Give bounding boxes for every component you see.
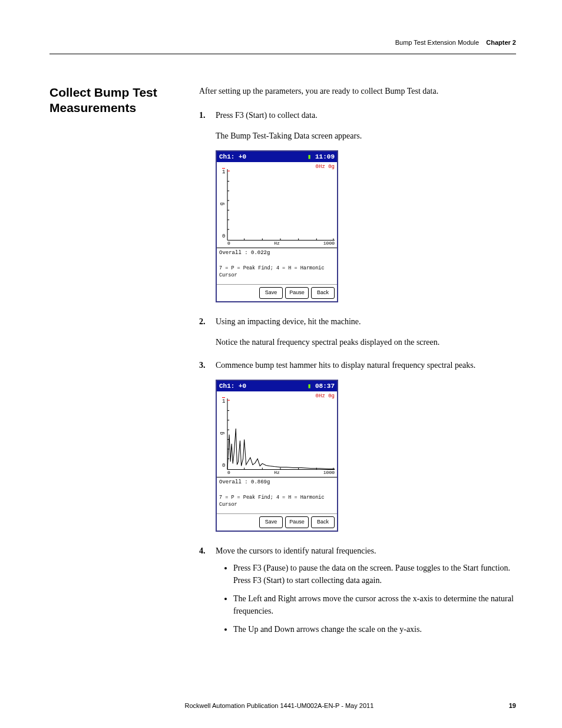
- ss-channel-label: Ch1: +0: [219, 152, 246, 162]
- page-footer: Rockwell Automation Publication 1441-UM0…: [49, 701, 516, 711]
- step-item: Press F3 (Start) to collect data. The Bu…: [216, 109, 516, 302]
- device-screenshot: Ch1: +0 ▮ 11:09 0Hz 0g 1 g 0: [216, 150, 338, 302]
- battery-icon: ▮: [308, 153, 312, 160]
- ss-overall-readout: Overall : 0.022g: [217, 248, 337, 259]
- step-body: Notice the natural frequency spectral pe…: [216, 336, 516, 348]
- ss-plot-area: 0Hz 0g 1 g 0: [217, 391, 337, 477]
- ss-time: 11:09: [315, 153, 335, 160]
- plot-axes: [226, 169, 335, 242]
- ss-x-min: 0: [227, 240, 230, 247]
- page-number: 19: [509, 701, 516, 711]
- ss-hint-text: 7 = P = Peak Find; 4 = H = Harmonic Curs…: [217, 259, 337, 285]
- ss-x-label: Hz: [274, 240, 280, 247]
- step-item: Move the cursors to identify natural fre…: [216, 545, 516, 635]
- ss-hint-text: 7 = P = Peak Find; 4 = H = Harmonic Curs…: [217, 488, 337, 514]
- header-rule: [49, 54, 516, 54]
- content-columns: Collect Bump Test Measurements After set…: [49, 85, 516, 646]
- right-column: After setting up the parameters, you are…: [199, 85, 516, 646]
- ss-y-unit: g: [219, 202, 227, 205]
- ss-x-max: 1000: [323, 240, 335, 247]
- intro-text: After setting up the parameters, you are…: [199, 85, 516, 97]
- pause-button[interactable]: Pause: [285, 287, 309, 299]
- step-text: Using an impacting device, hit the machi…: [216, 317, 361, 326]
- save-button[interactable]: Save: [259, 516, 283, 528]
- ss-overall-readout: Overall : 0.869g: [217, 477, 337, 488]
- spectrum-trace: [227, 429, 335, 470]
- section-title: Collect Bump Test Measurements: [49, 85, 185, 116]
- chapter-label: Chapter 2: [486, 39, 516, 46]
- battery-icon: ▮: [308, 383, 312, 390]
- ss-y-top: 1: [222, 168, 225, 177]
- step-item: Commence bump test hammer hits to displa…: [216, 359, 516, 532]
- pause-button[interactable]: Pause: [285, 516, 309, 528]
- ss-y-bottom: 0: [222, 233, 225, 241]
- ss-plot-area: 0Hz 0g 1 g 0: [217, 162, 337, 248]
- step-text: Commence bump test hammer hits to displa…: [216, 361, 475, 370]
- ss-clock: ▮ 11:09: [308, 152, 335, 162]
- screenshot-2: Ch1: +0 ▮ 08:37 0Hz 0g 1 g 0: [216, 380, 516, 532]
- step-text: Press F3 (Start) to collect data.: [216, 111, 318, 120]
- steps-list: Press F3 (Start) to collect data. The Bu…: [199, 109, 516, 635]
- publication-info: Rockwell Automation Publication 1441-UM0…: [49, 701, 509, 711]
- sub-bullet: The Left and Right arrows move the curso…: [233, 592, 516, 617]
- ss-y-top: 1: [222, 397, 225, 406]
- ss-y-unit: g: [219, 431, 227, 434]
- step-text: Move the cursors to identify natural fre…: [216, 546, 376, 555]
- back-button[interactable]: Back: [311, 287, 335, 299]
- ss-x-label: Hz: [274, 469, 280, 476]
- screenshot-1: Ch1: +0 ▮ 11:09 0Hz 0g 1 g 0: [216, 150, 516, 302]
- sub-bullets: Press F3 (Pause) to pause the data on th…: [216, 562, 516, 635]
- ss-channel-label: Ch1: +0: [219, 381, 246, 391]
- ss-button-row: Save Pause Back: [217, 513, 337, 531]
- step-item: Using an impacting device, hit the machi…: [216, 315, 516, 348]
- page-header: Bump Test Extension Module Chapter 2: [49, 38, 516, 48]
- ss-button-row: Save Pause Back: [217, 284, 337, 301]
- left-column: Collect Bump Test Measurements: [49, 85, 185, 646]
- device-screenshot: Ch1: +0 ▮ 08:37 0Hz 0g 1 g 0: [216, 380, 338, 532]
- back-button[interactable]: Back: [311, 516, 335, 528]
- sub-bullet: The Up and Down arrows change the scale …: [233, 623, 516, 635]
- ss-header: Ch1: +0 ▮ 08:37: [217, 381, 337, 392]
- ss-y-bottom: 0: [222, 462, 225, 470]
- plot-axes: [226, 398, 335, 471]
- step-body: The Bump Test-Taking Data screen appears…: [216, 130, 516, 142]
- chapter-name: Bump Test Extension Module: [395, 39, 479, 46]
- ss-x-min: 0: [227, 469, 230, 476]
- ss-time: 08:37: [315, 383, 335, 390]
- ss-x-max: 1000: [323, 469, 335, 476]
- ss-clock: ▮ 08:37: [308, 381, 335, 391]
- ss-header: Ch1: +0 ▮ 11:09: [217, 151, 337, 163]
- save-button[interactable]: Save: [259, 287, 283, 299]
- sub-bullet: Press F3 (Pause) to pause the data on th…: [233, 562, 516, 587]
